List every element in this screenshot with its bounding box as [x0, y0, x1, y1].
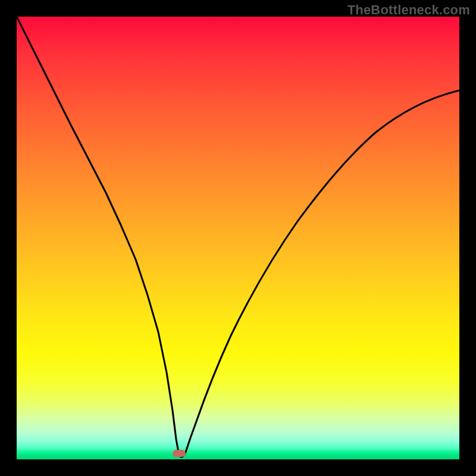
watermark-text: TheBottleneck.com	[347, 2, 470, 18]
plot-area	[17, 17, 459, 459]
bottleneck-curve	[17, 17, 459, 457]
min-marker	[173, 450, 186, 457]
chart-frame: TheBottleneck.com	[0, 0, 476, 476]
curve-svg	[17, 17, 459, 459]
